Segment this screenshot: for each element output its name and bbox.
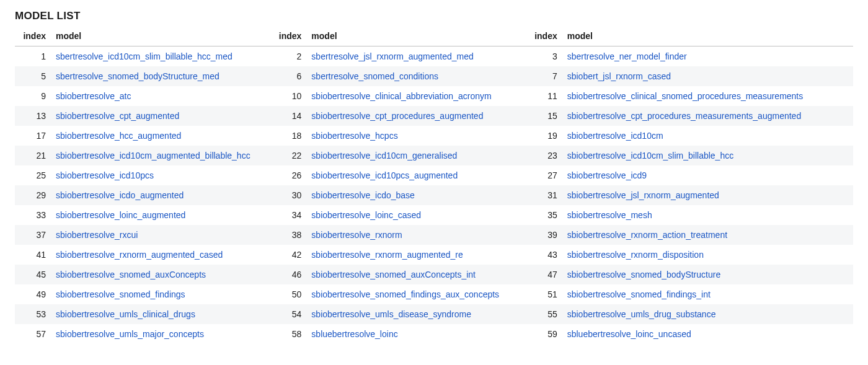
model-link[interactable]: sbiobertresolve_cpt_procedures_measureme… [567, 111, 801, 121]
model-link[interactable]: sbiobertresolve_cpt_augmented [56, 111, 179, 121]
model-link[interactable]: sbertresolve_ner_model_finder [567, 51, 687, 61]
model-link[interactable]: sbertresolve_snomed_conditions [311, 71, 438, 81]
table-cell-group: 17sbiobertresolve_hcc_augmented [15, 126, 270, 146]
cell-model: sbertresolve_icd10cm_slim_billable_hcc_m… [51, 46, 270, 66]
model-link[interactable]: sbiobertresolve_icd10cm_slim_billable_hc… [567, 151, 733, 161]
model-link[interactable]: sbiobertresolve_snomed_findings_aux_conc… [311, 289, 499, 299]
model-link[interactable]: sbluebertresolve_loinc [311, 329, 397, 339]
model-link[interactable]: sbiobertresolve_snomed_bodyStructure [567, 270, 720, 279]
model-link[interactable]: sbiobertresolve_icd10cm [567, 131, 663, 141]
cell-index: 59 [526, 324, 562, 344]
table-row: 45sbiobertresolve_snomed_auxConcepts46sb… [15, 265, 853, 284]
model-link[interactable]: sbluebertresolve_loinc_uncased [567, 329, 691, 339]
cell-model: sbiobertresolve_loinc_cased [306, 205, 526, 225]
model-link[interactable]: sbiobertresolve_snomed_auxConcepts_int [311, 270, 476, 279]
model-link[interactable]: sbiobertresolve_rxnorm [311, 230, 402, 240]
model-link[interactable]: sbiobertresolve_icd10cm_augmented_billab… [56, 151, 250, 161]
model-link[interactable]: sbiobertresolve_atc [56, 91, 131, 101]
model-link[interactable]: sbiobertresolve_rxnorm_augmented_cased [56, 250, 223, 260]
cell-index: 27 [526, 165, 562, 185]
table-row: 13sbiobertresolve_cpt_augmented14sbiober… [15, 106, 853, 126]
table-cell-group: 2sbertresolve_jsl_rxnorm_augmented_med [270, 46, 526, 66]
model-link[interactable]: sbiobertresolve_icd9 [567, 170, 647, 180]
table-row: 49sbiobertresolve_snomed_findings50sbiob… [15, 284, 853, 304]
cell-model: sbiobertresolve_cpt_augmented [51, 106, 270, 126]
table-cell-group: 41sbiobertresolve_rxnorm_augmented_cased [15, 245, 270, 265]
cell-index: 53 [15, 304, 51, 324]
cell-model: sbiobertresolve_rxnorm [306, 225, 526, 245]
model-link[interactable]: sbiobertresolve_clinical_abbreviation_ac… [311, 91, 491, 101]
model-link[interactable]: sbiobertresolve_icd10pcs [56, 170, 154, 180]
table-cell-group: 25sbiobertresolve_icd10pcs [15, 165, 270, 185]
cell-index: 7 [526, 66, 562, 86]
model-link[interactable]: sbertresolve_jsl_rxnorm_augmented_med [311, 51, 473, 61]
model-link[interactable]: sbiobertresolve_umls_disease_syndrome [311, 309, 471, 319]
cell-index: 23 [526, 146, 562, 165]
cell-index: 39 [526, 225, 562, 245]
model-link[interactable]: sbiobertresolve_icd10pcs_augmented [311, 170, 458, 180]
table-cell-group: 38sbiobertresolve_rxnorm [270, 225, 526, 245]
cell-model: sbiobertresolve_rxnorm_disposition [562, 245, 853, 265]
model-link[interactable]: sbiobertresolve_umls_drug_substance [567, 309, 716, 319]
model-link[interactable]: sbiobertresolve_rxcui [56, 230, 138, 240]
model-link[interactable]: sbiobertresolve_mesh [567, 210, 652, 220]
table-cell-group: 42sbiobertresolve_rxnorm_augmented_re [270, 245, 526, 265]
cell-index: 55 [526, 304, 562, 324]
cell-model: sbiobertresolve_snomed_findings_aux_conc… [306, 284, 526, 304]
cell-model: sbiobertresolve_mesh [562, 205, 853, 225]
col-header-index: index [15, 27, 51, 46]
table-cell-group: 9sbiobertresolve_atc [15, 86, 270, 106]
model-link[interactable]: sbiobertresolve_rxnorm_action_treatment [567, 230, 727, 240]
model-link[interactable]: sbiobertresolve_loinc_cased [311, 210, 421, 220]
model-link[interactable]: sbiobertresolve_hcc_augmented [56, 131, 181, 141]
model-link[interactable]: sbiobertresolve_umls_clinical_drugs [56, 309, 195, 319]
model-link[interactable]: sbertresolve_icd10cm_slim_billable_hcc_m… [56, 51, 232, 61]
cell-model: sbiobertresolve_umls_clinical_drugs [51, 304, 270, 324]
table-header-group: indexmodel [270, 27, 526, 46]
model-link[interactable]: sbiobertresolve_hcpcs [311, 131, 397, 141]
table-cell-group: 37sbiobertresolve_rxcui [15, 225, 270, 245]
table-row: 41sbiobertresolve_rxnorm_augmented_cased… [15, 245, 853, 265]
model-link[interactable]: sbiobertresolve_rxnorm_augmented_re [311, 250, 463, 260]
cell-index: 2 [270, 46, 306, 66]
table-header-row: indexmodelindexmodelindexmodel [15, 27, 853, 46]
cell-model: sbiobertresolve_snomed_auxConcepts [51, 265, 270, 284]
model-link[interactable]: sbiobertresolve_icd10cm_generalised [311, 151, 457, 161]
model-link[interactable]: sbiobertresolve_snomed_findings [56, 289, 185, 299]
table-cell-group: 47sbiobertresolve_snomed_bodyStructure [526, 265, 853, 284]
cell-index: 29 [15, 185, 51, 205]
model-link[interactable]: sbiobertresolve_snomed_auxConcepts [56, 270, 206, 279]
cell-model: sbiobertresolve_snomed_findings [51, 284, 270, 304]
table-cell-group: 19sbiobertresolve_icd10cm [526, 126, 853, 146]
cell-model: sbiobertresolve_icdo_base [306, 185, 526, 205]
table-cell-group: 13sbiobertresolve_cpt_augmented [15, 106, 270, 126]
cell-model: sbiobertresolve_umls_major_concepts [51, 324, 270, 344]
cell-index: 3 [526, 46, 562, 66]
model-link[interactable]: sbiobertresolve_clinical_snomed_procedur… [567, 91, 804, 101]
model-link[interactable]: sbiobertresolve_jsl_rxnorm_augmented [567, 190, 719, 200]
model-link[interactable]: sbiobertresolve_loinc_augmented [56, 210, 185, 220]
cell-index: 57 [15, 324, 51, 344]
model-link[interactable]: sbiobertresolve_umls_major_concepts [56, 329, 204, 339]
table-header-group: indexmodel [526, 27, 853, 46]
cell-index: 49 [15, 284, 51, 304]
model-link[interactable]: sbiobertresolve_rxnorm_disposition [567, 250, 704, 260]
model-link[interactable]: sbiobert_jsl_rxnorm_cased [567, 71, 671, 81]
cell-model: sbiobertresolve_clinical_snomed_procedur… [562, 86, 853, 106]
cell-model: sbiobertresolve_snomed_findings_int [562, 284, 853, 304]
model-link[interactable]: sbiobertresolve_snomed_findings_int [567, 289, 711, 299]
model-link[interactable]: sbertresolve_snomed_bodyStructure_med [56, 71, 219, 81]
model-link[interactable]: sbiobertresolve_icdo_augmented [56, 190, 184, 200]
table-cell-group: 55sbiobertresolve_umls_drug_substance [526, 304, 853, 324]
model-link[interactable]: sbiobertresolve_cpt_procedures_augmented [311, 111, 483, 121]
table-cell-group: 26sbiobertresolve_icd10pcs_augmented [270, 165, 526, 185]
cell-index: 10 [270, 86, 306, 106]
model-link[interactable]: sbiobertresolve_icdo_base [311, 190, 415, 200]
cell-model: sbiobertresolve_icd10cm [562, 126, 853, 146]
cell-model: sbiobertresolve_jsl_rxnorm_augmented [562, 185, 853, 205]
cell-model: sbiobert_jsl_rxnorm_cased [562, 66, 853, 86]
cell-model: sbiobertresolve_icd10pcs_augmented [306, 165, 526, 185]
table-cell-group: 23sbiobertresolve_icd10cm_slim_billable_… [526, 146, 853, 165]
cell-index: 22 [270, 146, 306, 165]
cell-index: 26 [270, 165, 306, 185]
